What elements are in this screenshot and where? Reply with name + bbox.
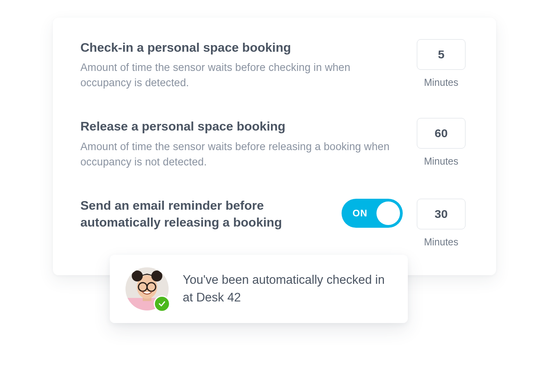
setting-title: Release a personal space booking	[80, 118, 402, 135]
setting-release: Release a personal space booking Amount …	[80, 118, 469, 169]
setting-title: Check-in a personal space booking	[80, 39, 402, 56]
toggle-state-label: ON	[353, 208, 367, 219]
reminder-minutes-input[interactable]: 30	[417, 199, 465, 229]
unit-label: Minutes	[424, 77, 458, 88]
setting-description: Amount of time the sensor waits before r…	[80, 139, 402, 170]
settings-card: Check-in a personal space booking Amount…	[53, 18, 496, 275]
setting-email-reminder: Send an email reminder before automatica…	[80, 197, 469, 248]
avatar-wrap	[125, 267, 169, 310]
check-icon	[154, 296, 170, 312]
setting-description: Amount of time the sensor waits before c…	[80, 60, 402, 91]
toggle-knob	[376, 201, 400, 225]
checkin-toast: You've been automatically checked in at …	[110, 255, 408, 323]
toast-message: You've been automatically checked in at …	[183, 271, 392, 307]
setting-title: Send an email reminder before automatica…	[80, 197, 330, 231]
checkin-minutes-input[interactable]: 5	[417, 39, 465, 70]
setting-checkin: Check-in a personal space booking Amount…	[80, 39, 469, 91]
release-minutes-input[interactable]: 60	[417, 118, 465, 149]
email-reminder-toggle[interactable]: ON	[342, 199, 403, 228]
unit-label: Minutes	[424, 236, 458, 248]
unit-label: Minutes	[424, 156, 458, 167]
